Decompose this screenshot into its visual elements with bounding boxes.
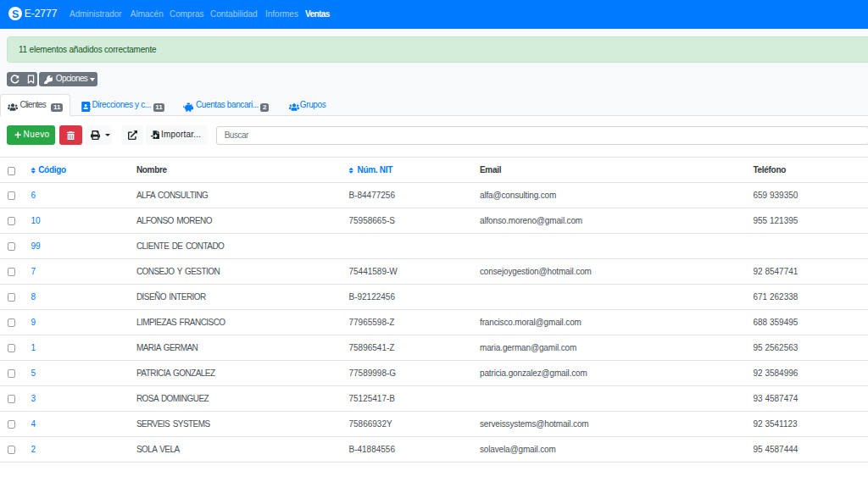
svg-text:S: S	[12, 8, 19, 20]
